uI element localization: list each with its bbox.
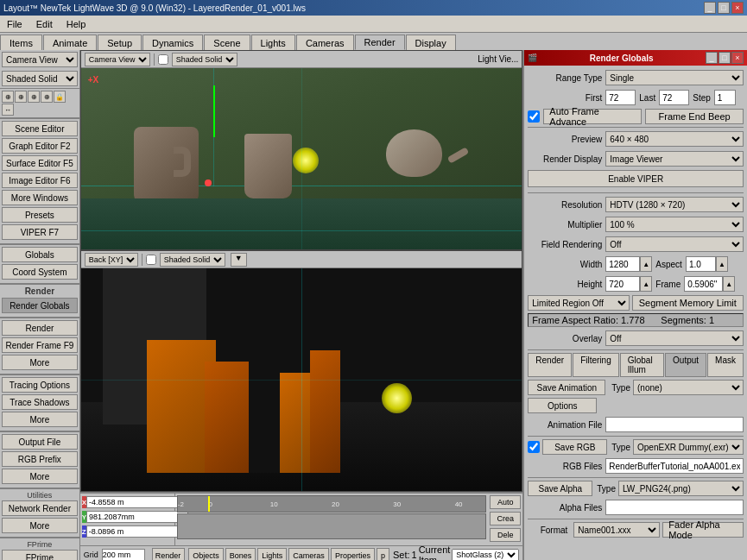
more-tracing-btn[interactable]: More xyxy=(2,412,78,427)
save-alpha-btn[interactable]: Save Alpha xyxy=(528,481,592,496)
tab-render[interactable]: Render xyxy=(355,35,405,50)
graph-editor-btn[interactable]: Graph Editor F2 xyxy=(2,138,78,154)
segment-memory-btn[interactable]: Segment Memory Limit xyxy=(632,295,744,311)
camera-view-select[interactable]: Camera View xyxy=(85,53,150,66)
tab-display[interactable]: Display xyxy=(406,35,456,50)
more-windows-btn[interactable]: More Windows xyxy=(2,190,78,205)
rgb-type-select[interactable]: OpenEXR Dummy(.exr) xyxy=(633,439,744,455)
rg-minimize-btn[interactable]: _ xyxy=(706,52,718,64)
tab-cameras[interactable]: Cameras xyxy=(296,35,354,50)
tab-properties[interactable]: Properties xyxy=(331,548,375,561)
current-item-select[interactable]: ShotGlass (2) xyxy=(452,549,519,561)
timeline-track[interactable]: -2 0 10 20 30 40 xyxy=(175,494,489,545)
more-output-btn[interactable]: More xyxy=(2,469,78,484)
toolbar-btn-6[interactable]: ↔ xyxy=(2,104,14,116)
format-select[interactable]: Name001.xxx xyxy=(573,522,660,538)
tab-filtering[interactable]: Filtering xyxy=(573,353,619,377)
timeline-keyframe-track[interactable] xyxy=(177,513,487,539)
height-input[interactable] xyxy=(605,276,640,292)
render-globals-btn[interactable]: Render Globals xyxy=(2,298,78,313)
create-btn[interactable]: Crea xyxy=(490,512,521,525)
render-display-select[interactable]: Image Viewer xyxy=(605,151,744,167)
more-render-btn[interactable]: More xyxy=(2,355,78,370)
save-rgb-checkbox[interactable] xyxy=(528,441,540,453)
step-input[interactable] xyxy=(714,90,736,105)
rg-maximize-btn[interactable]: □ xyxy=(719,52,731,64)
tab-render-inner[interactable]: Render xyxy=(528,353,572,377)
tab-dynamics[interactable]: Dynamics xyxy=(142,35,203,50)
delete-btn[interactable]: Dele xyxy=(490,528,521,542)
presets-btn[interactable]: Presets xyxy=(2,207,78,223)
last-input[interactable] xyxy=(659,90,689,105)
width-up-btn[interactable]: ▲ xyxy=(640,256,652,272)
rgb-prefix-btn[interactable]: RGB Prefix xyxy=(2,451,78,467)
back-view-select[interactable]: Back [XY] xyxy=(85,253,138,267)
viper-btn[interactable]: VIPER F7 xyxy=(2,224,78,240)
toolbar-btn-1[interactable]: ⊕ xyxy=(2,91,14,103)
auto-frame-checkbox[interactable] xyxy=(528,110,540,123)
menu-help[interactable]: Help xyxy=(60,16,93,32)
viewport-top-canvas[interactable]: +X xyxy=(81,68,522,249)
frame-input[interactable] xyxy=(684,276,723,292)
surface-editor-btn[interactable]: Surface Editor F5 xyxy=(2,155,78,171)
tab-global-illum[interactable]: Global Illum xyxy=(620,353,664,377)
resolution-select[interactable]: HDTV (1280 × 720) xyxy=(605,197,744,212)
rgb-files-input[interactable] xyxy=(605,458,744,474)
tab-output[interactable]: Output xyxy=(665,353,706,377)
preview-select[interactable]: 640 × 480 xyxy=(605,131,744,147)
tab-objects[interactable]: Objects +0 xyxy=(188,548,224,561)
enable-viper-btn[interactable]: Enable VIPER xyxy=(528,170,744,187)
anim-type-select[interactable]: (none) xyxy=(633,380,744,395)
grid-input[interactable] xyxy=(102,549,145,561)
x-position-input[interactable] xyxy=(86,496,188,508)
tab-cameras-bottom[interactable]: Cameras +C xyxy=(288,548,329,561)
more-utilities-btn[interactable]: More xyxy=(2,518,78,533)
menu-file[interactable]: File xyxy=(0,16,29,32)
tab-lights[interactable]: Lights xyxy=(251,35,295,50)
z-position-input[interactable] xyxy=(86,525,188,538)
back-expand-btn[interactable]: ▼ xyxy=(231,253,247,267)
menu-edit[interactable]: Edit xyxy=(29,16,60,32)
back-shading-select[interactable]: Shaded Solid xyxy=(160,253,225,267)
timeline-slider[interactable] xyxy=(208,496,210,512)
animation-file-input[interactable] xyxy=(605,417,744,432)
tab-animate[interactable]: Animate xyxy=(43,35,97,50)
shaded-solid-dropdown[interactable]: Shaded Solid xyxy=(2,71,78,86)
render-btn[interactable]: Render xyxy=(2,320,78,336)
rg-close-btn[interactable]: × xyxy=(731,52,744,64)
image-editor-btn[interactable]: Image Editor F6 xyxy=(2,173,78,188)
multiplier-select[interactable]: 100 % xyxy=(605,217,744,232)
maximize-button[interactable]: □ xyxy=(718,2,730,14)
tab-p[interactable]: p xyxy=(377,548,389,561)
toolbar-btn-3[interactable]: ⊕ xyxy=(28,91,40,103)
viewport-bottom-canvas[interactable] xyxy=(81,268,522,491)
coord-system-btn[interactable]: Coord System xyxy=(2,264,78,280)
back-shaded-checkbox[interactable] xyxy=(146,255,156,265)
tab-items[interactable]: Items xyxy=(0,35,42,50)
auto-btn[interactable]: Auto xyxy=(490,495,521,509)
shaded-checkbox[interactable] xyxy=(158,54,168,65)
range-type-select[interactable]: Single xyxy=(605,70,744,85)
tab-mask[interactable]: Mask xyxy=(707,353,744,377)
scene-editor-btn[interactable]: Scene Editor xyxy=(2,121,78,136)
first-input[interactable] xyxy=(605,90,636,105)
toolbar-btn-2[interactable]: ⊕ xyxy=(15,91,27,103)
tab-lights-bottom[interactable]: Lights +L xyxy=(257,548,287,561)
save-animation-btn[interactable]: Save Animation xyxy=(528,380,605,395)
output-file-btn[interactable]: Output File xyxy=(2,434,78,450)
height-up-btn[interactable]: ▲ xyxy=(640,276,652,292)
aspect-input[interactable] xyxy=(686,256,716,272)
tab-setup[interactable]: Setup xyxy=(98,35,142,50)
close-button[interactable]: × xyxy=(731,2,744,14)
globals-btn[interactable]: Globals xyxy=(2,247,78,262)
options-btn[interactable]: Options xyxy=(528,398,597,413)
tab-scene[interactable]: Scene xyxy=(204,35,250,50)
alpha-files-input[interactable] xyxy=(605,500,744,515)
tab-bones[interactable]: Bones +B xyxy=(225,548,256,561)
fader-alpha-mode-btn[interactable]: Fader Alpha Mode xyxy=(662,522,744,538)
trace-shadows-btn[interactable]: Trace Shadows xyxy=(2,394,78,410)
network-render-btn[interactable]: Network Render xyxy=(2,500,78,516)
render-frame-btn[interactable]: Render Frame F9 xyxy=(2,337,78,353)
y-position-input[interactable] xyxy=(86,511,188,523)
save-rgb-btn[interactable]: Save RGB xyxy=(542,439,607,455)
